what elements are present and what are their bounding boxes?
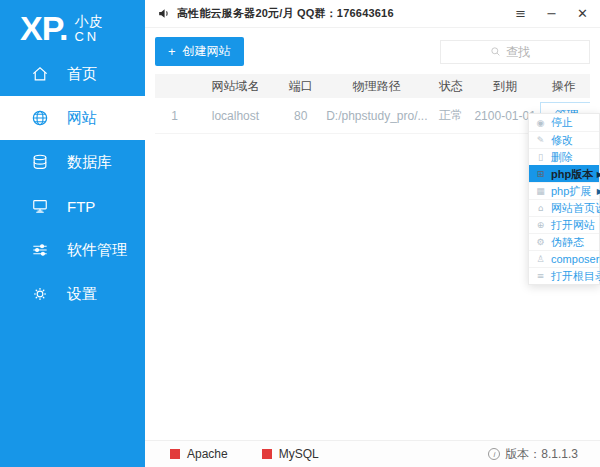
header-expire: 到期 <box>473 78 538 95</box>
announcement-speaker-icon <box>157 7 170 20</box>
menu-item-open-root-directory[interactable]: ≡ 打开根目录 <box>529 267 599 284</box>
cell-status: 正常 <box>429 107 473 124</box>
search-box[interactable] <box>440 40 590 64</box>
logo-xp-text: XP. <box>20 11 67 45</box>
table-row: 1 localhost 80 D:/phpstudy_pro/... 正常 21… <box>155 98 590 134</box>
service-apache: Apache <box>170 447 228 461</box>
home-icon: ⌂ <box>535 203 546 213</box>
gear-icon: ⚙ <box>535 237 546 247</box>
phpstudy-window: XP. 小皮 CN 首页 网站 数据库 FTP <box>0 0 600 467</box>
header-status: 状态 <box>429 78 473 95</box>
sliders-icon <box>30 240 50 260</box>
cell-index: 1 <box>155 109 194 123</box>
mysql-status-indicator <box>262 449 272 459</box>
table-header-row: 网站域名 端口 物理路径 状态 到期 操作 <box>155 74 590 98</box>
menu-item-stop[interactable]: ◉ 停止 <box>529 114 599 131</box>
monitor-icon <box>30 196 50 216</box>
globe-icon <box>30 108 50 128</box>
menu-item-modify[interactable]: ✎ 修改 <box>529 131 599 148</box>
root-directory-icon: ≡ <box>535 271 546 281</box>
menu-item-homepage-settings[interactable]: ⌂ 网站首页设置 <box>529 199 599 216</box>
app-logo: XP. 小皮 CN <box>0 0 145 52</box>
database-icon <box>30 152 50 172</box>
sidebar-item-database[interactable]: 数据库 <box>0 140 145 184</box>
version-info: i 版本：8.1.1.3 <box>488 446 578 463</box>
globe-icon: ⊕ <box>535 220 546 230</box>
header-path: 物理路径 <box>325 78 429 95</box>
menu-item-rewrite[interactable]: ⚙ 伪静态 <box>529 233 599 250</box>
edit-icon: ✎ <box>535 135 546 145</box>
window-controls: ≡ − ✕ <box>515 7 588 20</box>
manage-dropdown-menu: ◉ 停止 ✎ 修改 ▯ 删除 ⊞ php版本 ▶ ▦ php扩展 ▶ ⌂ 网站首… <box>528 113 600 285</box>
sidebar-item-settings[interactable]: 设置 <box>0 272 145 316</box>
statusbar: Apache MySQL i 版本：8.1.1.3 <box>145 440 600 467</box>
window-minimize-icon[interactable]: − <box>546 7 557 20</box>
menu-item-open-website[interactable]: ⊕ 打开网站 <box>529 216 599 233</box>
info-icon: i <box>488 448 500 460</box>
sidebar-item-website[interactable]: 网站 <box>0 96 145 140</box>
header-domain: 网站域名 <box>194 78 277 95</box>
header-action: 操作 <box>538 78 590 95</box>
apache-status-indicator <box>170 449 180 459</box>
php-version-icon: ⊞ <box>535 169 546 179</box>
toolbar: + 创建网站 <box>145 28 600 73</box>
header-port: 端口 <box>277 78 325 95</box>
sidebar-item-ftp[interactable]: FTP <box>0 184 145 228</box>
php-extension-icon: ▦ <box>535 186 546 196</box>
search-input[interactable] <box>506 45 540 59</box>
gear-icon <box>30 284 50 304</box>
home-icon <box>30 64 50 84</box>
website-table: 网站域名 端口 物理路径 状态 到期 操作 1 localhost 80 D:/… <box>155 74 590 134</box>
menu-item-php-extension[interactable]: ▦ php扩展 ▶ <box>529 182 599 199</box>
sidebar: XP. 小皮 CN 首页 网站 数据库 FTP <box>0 0 145 467</box>
menu-item-php-version[interactable]: ⊞ php版本 ▶ <box>529 165 599 182</box>
sidebar-item-software[interactable]: 软件管理 <box>0 228 145 272</box>
menu-item-delete[interactable]: ▯ 删除 <box>529 148 599 165</box>
window-close-icon[interactable]: ✕ <box>577 7 588 20</box>
trash-icon: ▯ <box>535 152 546 162</box>
cell-port: 80 <box>277 109 325 123</box>
titlebar: 高性能云服务器20元/月 QQ群：176643616 ≡ − ✕ <box>145 0 600 28</box>
search-icon <box>490 46 501 57</box>
sidebar-item-home[interactable]: 首页 <box>0 52 145 96</box>
composer-icon: ♙ <box>535 254 546 264</box>
menu-item-composer[interactable]: ♙ composer <box>529 250 599 267</box>
cell-domain: localhost <box>194 109 277 123</box>
sidebar-nav: 首页 网站 数据库 FTP 软件管理 设置 <box>0 52 145 316</box>
plus-icon: + <box>168 45 176 58</box>
announcement-text: 高性能云服务器20元/月 QQ群：176643616 <box>177 6 394 21</box>
logo-sub-text: 小皮 CN <box>74 11 102 45</box>
create-website-button[interactable]: + 创建网站 <box>155 37 244 66</box>
window-menu-icon[interactable]: ≡ <box>515 7 526 20</box>
service-mysql: MySQL <box>262 447 319 461</box>
stop-icon: ◉ <box>535 118 546 128</box>
cell-path: D:/phpstudy_pro/... <box>325 109 429 123</box>
